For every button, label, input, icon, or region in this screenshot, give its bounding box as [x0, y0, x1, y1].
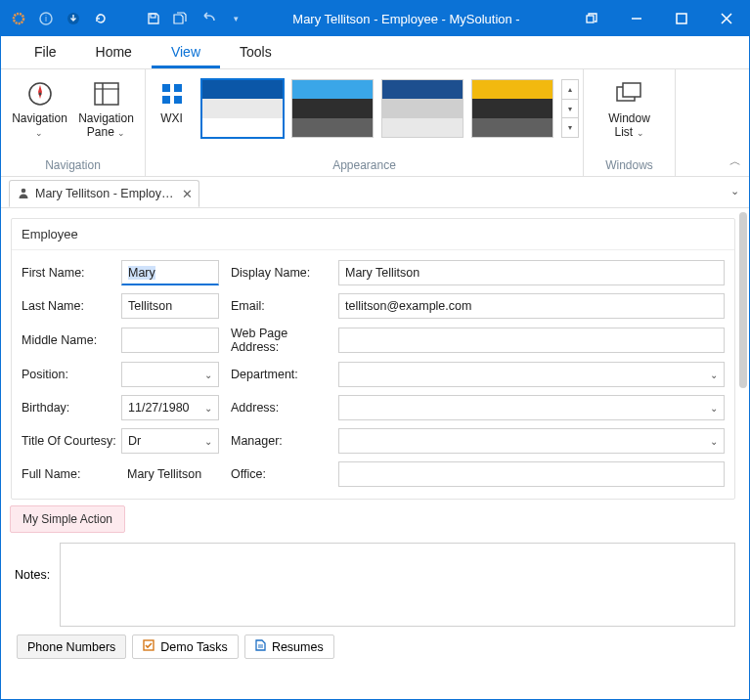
last-name-label: Last Name: — [22, 299, 121, 313]
chevron-down-icon[interactable]: ⌄ — [204, 403, 212, 414]
address-input[interactable]: ⌄ — [338, 395, 725, 420]
task-icon — [143, 639, 154, 654]
navigation-label: Navigation — [12, 111, 67, 125]
ribbon-group-appearance: WXI ▴ ▾ ▾ Appearance — [146, 69, 584, 176]
chevron-down-icon[interactable]: ⌄ — [204, 370, 212, 380]
bottom-tabs: Phone Numbers Demo Tasks Resumes — [1, 627, 749, 667]
tabs-expand-icon[interactable]: ⌄ — [730, 185, 739, 197]
form-area: Employee First Name: Mary Display Name: … — [1, 208, 749, 699]
window-buttons — [569, 1, 749, 36]
undo-icon[interactable] — [200, 11, 216, 26]
refresh-icon[interactable] — [93, 11, 109, 26]
theme-swatch-1[interactable] — [201, 79, 284, 138]
theme-swatch-3[interactable] — [381, 79, 463, 138]
display-name-input[interactable]: Mary Tellitson — [338, 260, 725, 285]
spin-down-icon[interactable]: ▾ — [562, 100, 578, 119]
quick-access-toolbar: i ▾ — [1, 11, 243, 26]
position-label: Position: — [22, 368, 121, 381]
menu-file[interactable]: File — [15, 36, 76, 68]
ribbon-collapse-button[interactable]: ︿ — [729, 153, 741, 170]
employee-form: Employee First Name: Mary Display Name: … — [11, 218, 735, 500]
office-label: Office: — [231, 467, 338, 481]
form-header: Employee — [12, 219, 734, 250]
svg-rect-16 — [174, 96, 182, 104]
chevron-down-icon[interactable]: ⌄ — [710, 403, 718, 414]
menu-home[interactable]: Home — [76, 36, 152, 68]
qat-customize-icon[interactable]: ▾ — [228, 11, 243, 26]
chevron-down-icon[interactable]: ⌄ — [710, 436, 718, 447]
address-label: Address: — [231, 401, 338, 415]
svg-rect-14 — [174, 84, 182, 92]
wxi-button[interactable]: WXI — [151, 75, 194, 126]
window-list-button[interactable]: WindowList ⌄ — [596, 75, 664, 140]
office-input[interactable] — [338, 461, 725, 487]
ribbon-group-navigation-caption: Navigation — [1, 155, 145, 176]
form-grid: First Name: Mary Display Name: Mary Tell… — [12, 250, 734, 499]
theme-swatch-4[interactable] — [471, 79, 553, 138]
full-name-label: Full Name: — [22, 467, 121, 481]
first-name-input[interactable]: Mary — [121, 260, 219, 285]
first-name-label: First Name: — [22, 266, 121, 280]
svg-rect-5 — [587, 16, 594, 22]
spin-up-icon[interactable]: ▴ — [562, 80, 578, 100]
svg-point-9 — [38, 93, 41, 96]
save-all-icon[interactable] — [173, 11, 189, 26]
notes-textarea[interactable] — [60, 543, 735, 627]
ribbon-group-navigation: Navigation⌄ NavigationPane ⌄ Navigation — [1, 69, 146, 176]
gear-icon[interactable] — [11, 11, 26, 26]
close-tab-icon[interactable]: ✕ — [182, 187, 193, 201]
email-input[interactable]: tellitson@example.com — [338, 293, 725, 319]
tab-resumes[interactable]: Resumes — [244, 634, 334, 659]
navigation-pane-label: NavigationPane — [78, 111, 134, 139]
svg-point-0 — [14, 14, 23, 23]
department-input[interactable]: ⌄ — [338, 362, 725, 387]
theme-gallery-spinner[interactable]: ▴ ▾ ▾ — [561, 79, 579, 138]
svg-rect-10 — [95, 83, 118, 105]
save-icon[interactable] — [146, 11, 161, 26]
close-button[interactable] — [704, 1, 749, 36]
svg-rect-18 — [623, 83, 640, 97]
web-page-label: Web Page Address: — [231, 327, 338, 354]
ribbon-group-windows: WindowList ⌄ Windows — [584, 69, 676, 176]
download-icon[interactable] — [66, 11, 81, 26]
display-name-label: Display Name: — [231, 266, 338, 280]
middle-name-input[interactable] — [121, 328, 219, 353]
minimize-button[interactable] — [614, 1, 659, 36]
web-page-input[interactable] — [338, 328, 725, 353]
position-input[interactable]: ⌄ — [121, 362, 219, 387]
chevron-down-icon[interactable]: ⌄ — [710, 370, 718, 380]
document-tab-label: Mary Tellitson - Employ… — [35, 187, 173, 200]
notes-label: Notes: — [15, 543, 52, 627]
ribbon-group-windows-caption: Windows — [584, 155, 675, 176]
birthday-input[interactable]: 11/27/1980⌄ — [121, 395, 219, 420]
last-name-input[interactable]: Tellitson — [121, 293, 219, 319]
document-icon — [255, 639, 266, 654]
my-simple-action-button[interactable]: My Simple Action — [10, 505, 125, 533]
svg-point-19 — [22, 188, 26, 193]
document-tab-active[interactable]: Mary Tellitson - Employ… ✕ — [9, 180, 199, 207]
chevron-down-icon[interactable]: ⌄ — [204, 436, 212, 447]
grid-icon — [156, 79, 188, 109]
tab-demo-tasks[interactable]: Demo Tasks — [132, 634, 239, 659]
spin-more-icon[interactable]: ▾ — [562, 118, 578, 137]
vertical-scrollbar[interactable] — [739, 212, 747, 388]
title-of-courtesy-label: Title Of Courtesy: — [22, 434, 121, 448]
manager-input[interactable]: ⌄ — [338, 428, 725, 454]
document-tabs: Mary Tellitson - Employ… ✕ ⌄ — [1, 177, 749, 208]
theme-gallery: ▴ ▾ ▾ — [201, 79, 579, 138]
middle-name-label: Middle Name: — [22, 333, 121, 347]
info-icon[interactable]: i — [38, 11, 54, 26]
navigation-pane-button[interactable]: NavigationPane ⌄ — [77, 75, 136, 140]
navigation-button[interactable]: Navigation⌄ — [11, 75, 69, 140]
windows-icon — [614, 79, 645, 109]
restore-down-button[interactable] — [569, 1, 614, 36]
title-of-courtesy-input[interactable]: Dr⌄ — [121, 428, 219, 454]
birthday-label: Birthday: — [22, 401, 121, 415]
tab-phone-numbers[interactable]: Phone Numbers — [17, 634, 126, 659]
theme-swatch-2[interactable] — [291, 79, 374, 138]
menubar: File Home View Tools — [1, 36, 749, 69]
menu-tools[interactable]: Tools — [220, 36, 291, 68]
maximize-button[interactable] — [659, 1, 704, 36]
menu-view[interactable]: View — [152, 36, 220, 68]
titlebar: i ▾ Mary Tellitson - Employee - MySoluti… — [1, 1, 749, 36]
